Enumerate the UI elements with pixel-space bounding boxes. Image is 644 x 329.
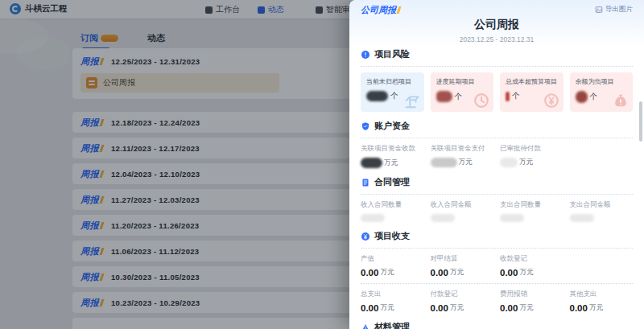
risk-card-negative-balance: 余额为负项目 个	[570, 72, 634, 112]
stat-expense-contract-amount: 支出合同金额	[570, 200, 634, 222]
section-title: 材料管理	[374, 321, 410, 329]
company-weekly-drawer: 公司周报 导出图片 公司周报 2023.12.25 - 2023.12.31 项…	[349, 0, 644, 329]
divider	[361, 248, 633, 249]
picture-icon	[595, 6, 603, 14]
section-project-payments: 项目收支 产值 0.00万元 对甲结算 0.00万元 收款登记 0.00万元	[361, 230, 633, 313]
section-account-funds: 账户资金 关联项目资金收款 万元 关联项目资金支付 万元 已审批待付款 万元	[361, 120, 633, 168]
redacted-value	[431, 158, 457, 167]
stat-receipt-registration: 收款登记 0.00万元	[500, 254, 564, 278]
app-screen: 斗栱云工程 工作台 动态 智能审核 订阅 动态	[0, 0, 644, 329]
redacted-value	[500, 158, 518, 167]
stat-expense-contract-count: 支出合同数量	[500, 200, 564, 222]
redacted-value	[366, 91, 388, 101]
stat-income-contract-count: 收入合同数量	[361, 200, 424, 222]
stat-output-value: 产值 0.00万元	[361, 254, 424, 278]
materials-icon	[361, 323, 370, 329]
redacted-value	[570, 214, 594, 222]
redacted-value	[500, 214, 524, 222]
clock-icon	[473, 92, 490, 109]
stat-approved-pending: 已审批待付款 万元	[500, 144, 564, 168]
stat-payment-registration: 付款登记 0.00万元	[431, 290, 494, 313]
yuan-icon	[543, 92, 560, 109]
risk-card-over-budget: 总成本超预算项目 个	[500, 72, 564, 112]
divider	[361, 138, 633, 138]
redacted-value	[361, 214, 385, 222]
section-title: 合同管理	[374, 176, 410, 188]
moneybag-icon	[612, 92, 630, 109]
redacted-value	[576, 91, 588, 103]
divider	[361, 194, 633, 195]
stat-expense-reimbursement: 费用报销 0.00万元	[500, 290, 564, 313]
risk-card-delayed: 进度延期项目 个	[431, 72, 494, 112]
crane-icon	[403, 92, 421, 109]
company-weekly-logo: 公司周报	[361, 4, 400, 16]
shield-icon	[361, 121, 370, 131]
stat-funds-paid: 关联项目资金支付 万元	[431, 144, 494, 168]
risk-icon	[361, 50, 370, 60]
redacted-value	[431, 214, 455, 222]
stat-income-contract-amount: 收入合同金额	[431, 200, 494, 222]
redacted-value	[506, 92, 510, 101]
risk-card-unarchived: 当前未归档项目 个	[361, 72, 424, 112]
section-title: 账户资金	[374, 120, 410, 132]
section-contract: 合同管理 收入合同数量 收入合同金额 支出合同数量	[361, 176, 633, 222]
redacted-value	[361, 158, 382, 168]
divider	[361, 283, 633, 284]
stat-funds-received: 关联项目资金收款 万元	[361, 144, 424, 168]
drawer-scrollbar[interactable]	[639, 101, 642, 142]
section-project-risk: 项目风险 当前未归档项目 个 进度延期项目 个 总成本超预算项目	[361, 48, 633, 112]
section-materials: 材料管理 采购订单数量 0个 采购订单金额 0.00万元 入库单金额 0.00万…	[361, 321, 633, 329]
section-title: 项目风险	[374, 48, 410, 60]
payments-icon	[361, 232, 370, 241]
section-title: 项目收支	[374, 230, 410, 242]
stat-owner-settlement: 对甲结算 0.00万元	[431, 254, 494, 278]
export-image-label: 导出图片	[605, 5, 633, 14]
drawer-date-range: 2023.12.25 - 2023.12.31	[361, 35, 633, 43]
drawer-title: 公司周报	[361, 18, 633, 32]
export-image-button[interactable]: 导出图片	[595, 5, 633, 14]
contract-icon	[361, 178, 370, 187]
divider	[361, 66, 633, 67]
stat-total-expense: 总支出 0.00万元	[361, 290, 424, 313]
redacted-value	[436, 91, 452, 102]
stat-other-expense: 其他支出 0.00万元	[570, 290, 634, 313]
